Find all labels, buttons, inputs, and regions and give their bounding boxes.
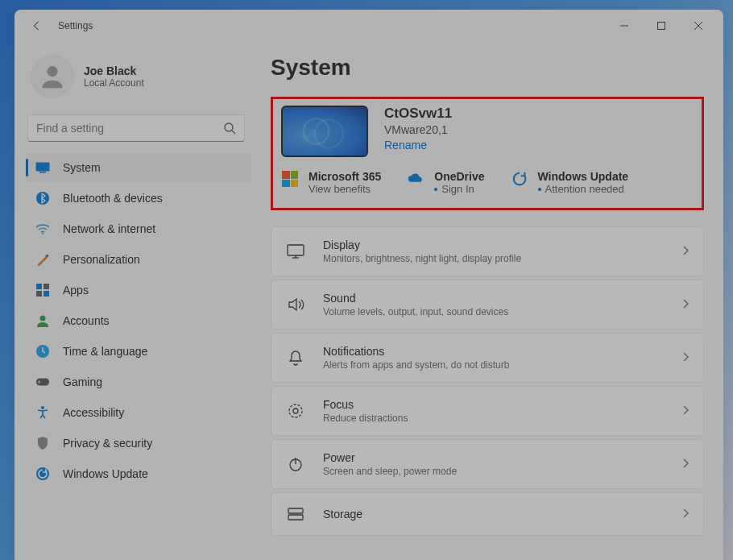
svg-rect-21 — [288, 245, 304, 255]
svg-point-17 — [45, 380, 47, 381]
update-icon — [35, 467, 50, 481]
svg-rect-1 — [658, 23, 665, 30]
svg-rect-28 — [288, 508, 303, 513]
back-button[interactable] — [26, 15, 48, 37]
chevron-right-icon — [682, 457, 689, 471]
ms365-icon — [281, 170, 299, 188]
focus-icon — [286, 401, 305, 421]
sidebar-item-label: Network & internet — [63, 222, 155, 235]
minimize-button[interactable] — [606, 13, 643, 39]
svg-line-4 — [232, 131, 235, 134]
service-windows-update[interactable]: Windows Update Attention needed — [511, 170, 629, 195]
svg-rect-10 — [36, 284, 42, 289]
page-title: System — [271, 55, 704, 81]
gaming-icon — [35, 375, 50, 389]
sidebar-item-label: Accounts — [63, 314, 110, 327]
content-area: System CtOSvw11 VMware20,1 Rename — [256, 42, 723, 560]
svg-rect-12 — [36, 291, 42, 297]
sidebar-item-network[interactable]: Network & internet — [26, 214, 251, 243]
sidebar-item-time[interactable]: Time & language — [26, 337, 251, 366]
sidebar-item-label: Bluetooth & devices — [63, 192, 163, 205]
sidebar-item-accounts[interactable]: Accounts — [26, 306, 251, 335]
sidebar-item-system[interactable]: System — [26, 153, 251, 182]
user-name: Joe Black — [84, 64, 144, 77]
system-icon — [35, 160, 50, 175]
nav-list: SystemBluetooth & devicesNetwork & inter… — [26, 153, 251, 488]
profile-block[interactable]: Joe Black Local Account — [26, 48, 251, 113]
personalization-icon — [35, 252, 50, 267]
account-type: Local Account — [84, 77, 144, 89]
chevron-right-icon — [682, 244, 689, 259]
sidebar-item-label: Time & language — [63, 345, 147, 358]
onedrive-icon — [407, 170, 424, 188]
sidebar-item-gaming[interactable]: Gaming — [26, 367, 251, 396]
svg-rect-6 — [39, 172, 46, 173]
time-icon — [35, 344, 50, 359]
service-onedrive[interactable]: OneDrive Sign In — [407, 170, 484, 195]
sidebar-item-label: Privacy & security — [63, 437, 152, 450]
svg-rect-13 — [43, 291, 49, 297]
sidebar-item-bluetooth[interactable]: Bluetooth & devices — [26, 184, 251, 213]
setting-item-notifications[interactable]: NotificationsAlerts from apps and system… — [271, 333, 704, 383]
close-button[interactable] — [680, 13, 717, 39]
chevron-right-icon — [682, 351, 689, 365]
sidebar: Joe Black Local Account SystemBluetooth … — [14, 42, 256, 560]
search-box[interactable] — [27, 114, 245, 142]
sidebar-item-label: Gaming — [63, 375, 102, 388]
device-name: CtOSvw11 — [384, 106, 452, 122]
accounts-icon — [35, 313, 50, 328]
sound-icon — [286, 295, 305, 314]
apps-icon — [35, 283, 50, 297]
svg-point-3 — [225, 123, 233, 131]
svg-point-25 — [293, 409, 298, 413]
privacy-icon — [35, 436, 50, 450]
setting-item-power[interactable]: PowerScreen and sleep, power mode — [271, 439, 704, 489]
setting-item-sound[interactable]: SoundVolume levels, output, input, sound… — [271, 280, 704, 330]
settings-window: Settings Joe Black Local Account Syste — [14, 10, 723, 560]
rename-link[interactable]: Rename — [384, 139, 452, 151]
storage-icon — [286, 504, 305, 524]
sidebar-item-apps[interactable]: Apps — [26, 276, 251, 305]
maximize-button[interactable] — [643, 13, 680, 39]
chevron-right-icon — [682, 297, 689, 312]
search-icon — [223, 122, 236, 135]
svg-rect-29 — [288, 515, 303, 520]
power-icon — [286, 454, 305, 474]
svg-rect-11 — [43, 284, 49, 289]
sidebar-item-update[interactable]: Windows Update — [26, 459, 251, 488]
device-model: VMware20,1 — [384, 123, 452, 136]
svg-point-24 — [289, 404, 302, 417]
svg-point-14 — [40, 316, 46, 321]
chevron-right-icon — [682, 404, 689, 418]
setting-item-storage[interactable]: Storage — [271, 492, 704, 536]
update-icon — [511, 170, 528, 188]
sidebar-item-label: Windows Update — [63, 467, 148, 480]
sidebar-item-privacy[interactable]: Privacy & security — [26, 429, 251, 458]
avatar — [31, 55, 74, 98]
svg-rect-5 — [36, 163, 50, 172]
titlebar: Settings — [14, 10, 723, 42]
svg-point-8 — [42, 233, 43, 234]
setting-item-focus[interactable]: FocusReduce distractions — [271, 386, 704, 436]
settings-list: DisplayMonitors, brightness, night light… — [271, 226, 704, 536]
svg-point-2 — [47, 66, 57, 77]
sidebar-item-label: Personalization — [63, 253, 140, 266]
device-thumbnail[interactable] — [281, 106, 368, 157]
svg-point-18 — [46, 382, 48, 384]
window-title: Settings — [58, 20, 93, 31]
accessibility-icon — [35, 405, 50, 420]
sidebar-item-label: Accessibility — [63, 406, 124, 419]
service-ms365[interactable]: Microsoft 365 View benefits — [281, 170, 381, 195]
chevron-right-icon — [682, 507, 689, 521]
search-input[interactable] — [36, 122, 223, 135]
network-icon — [35, 222, 50, 236]
display-icon — [286, 242, 305, 261]
notifications-icon — [286, 348, 305, 367]
sidebar-item-personalization[interactable]: Personalization — [26, 245, 251, 274]
svg-point-19 — [41, 406, 44, 409]
bluetooth-icon — [35, 191, 50, 205]
highlighted-region: CtOSvw11 VMware20,1 Rename Microsoft 365… — [271, 97, 704, 210]
setting-item-display[interactable]: DisplayMonitors, brightness, night light… — [271, 226, 704, 276]
sidebar-item-label: System — [63, 161, 101, 174]
sidebar-item-accessibility[interactable]: Accessibility — [26, 398, 251, 427]
